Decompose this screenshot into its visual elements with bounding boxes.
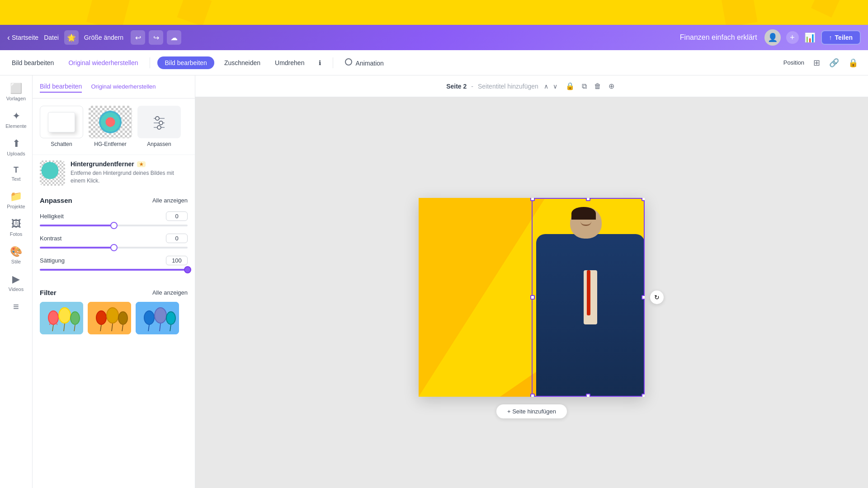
brightness-thumb[interactable]: [110, 222, 118, 229]
side-rotate-handle[interactable]: ↻: [650, 291, 664, 304]
sidebar-item-vorlagen[interactable]: ⬜ Vorlagen: [2, 79, 31, 105]
design-slide[interactable]: ↻ ⧉ 🗑 ···: [419, 198, 645, 397]
brightness-value[interactable]: 0: [166, 211, 188, 221]
sidebar-item-fotos[interactable]: 🖼 Fotos: [2, 215, 31, 240]
svg-rect-2: [721, 0, 757, 25]
animation-button[interactable]: Animation: [340, 56, 388, 70]
cloud-save-button[interactable]: ☁: [167, 30, 181, 45]
user-avatar[interactable]: 👤: [764, 29, 781, 46]
adjust-header: Anpassen Alle anzeigen: [40, 197, 188, 204]
svg-point-7: [159, 121, 163, 125]
toolbar-right-actions: Position ⊞ 🔗 🔒: [781, 55, 861, 70]
handle-top-mid[interactable]: [586, 198, 590, 201]
saturation-slider-group: Sättigung 100: [40, 256, 188, 271]
analytics-button[interactable]: 📊: [804, 32, 816, 43]
project-title: Finanzen einfach erklärt: [680, 33, 757, 42]
page-down-button[interactable]: ∨: [551, 81, 559, 92]
back-home-button[interactable]: ‹ Startseite: [7, 33, 38, 42]
panel-tab-edit[interactable]: Bild bearbeiten: [40, 81, 82, 93]
adjust-show-all[interactable]: Alle anzeigen: [152, 197, 188, 204]
filter-show-all[interactable]: Alle anzeigen: [152, 289, 188, 296]
panel-tab-restore[interactable]: Original wiederherstellen: [91, 81, 156, 93]
contrast-value[interactable]: 0: [166, 234, 188, 243]
add-page-button[interactable]: + Seite hinzufügen: [496, 404, 567, 418]
brightness-label: Helligkeit: [40, 213, 64, 220]
handle-mid-left[interactable]: [530, 295, 535, 300]
brightness-track[interactable]: [40, 225, 188, 226]
restore-original-button[interactable]: Original wiederherstellen: [64, 56, 142, 69]
crop-button[interactable]: Zuschneiden: [220, 56, 265, 69]
info-button[interactable]: ℹ: [314, 56, 326, 69]
image-options-row: Schatten HG-Entferner: [33, 99, 195, 155]
lock-button[interactable]: 🔒: [845, 55, 861, 70]
copy-page-button[interactable]: ⧉: [579, 79, 590, 93]
edit-image-button[interactable]: Bild bearbeiten: [7, 56, 58, 69]
handle-top-left[interactable]: [530, 198, 535, 201]
vorlagen-icon: ⬜: [10, 83, 22, 94]
sidebar-item-projekte[interactable]: 📁 Projekte: [2, 187, 31, 213]
page-up-button[interactable]: ∧: [542, 81, 550, 92]
handle-bot-mid[interactable]: [586, 394, 590, 397]
redo-button[interactable]: ↪: [149, 30, 163, 45]
resize-label[interactable]: Größe ändern: [84, 34, 123, 41]
videos-icon: ▶: [12, 273, 20, 285]
projekte-label: Projekte: [7, 204, 25, 209]
handle-bot-left[interactable]: [530, 394, 535, 397]
saturation-track[interactable]: [40, 269, 188, 271]
canvas-content: ↻ ⧉ 🗑 ··· ↻ + Seite hinzufügen: [195, 97, 868, 488]
contrast-slider-group: Kontrast 0: [40, 234, 188, 249]
saturation-value[interactable]: 100: [166, 256, 188, 265]
header-actions: ↩ ↪ ☁: [131, 30, 181, 45]
sidebar-item-uploads[interactable]: ⬆ Uploads: [2, 134, 31, 160]
handle-top-right[interactable]: [642, 198, 645, 201]
adjust-title: Anpassen: [40, 197, 72, 204]
uploads-icon: ⬆: [12, 138, 20, 150]
undo-button[interactable]: ↩: [131, 30, 145, 45]
adjust-option[interactable]: Anpassen: [137, 106, 181, 147]
fotos-icon: 🖼: [11, 218, 21, 230]
text-icon: T: [14, 165, 19, 175]
stile-label: Stile: [11, 259, 21, 264]
stile-icon: 🎨: [10, 246, 22, 258]
file-nav-label[interactable]: Datei: [44, 34, 59, 41]
shadow-option[interactable]: Schatten: [40, 106, 83, 147]
saturation-fill: [40, 269, 188, 271]
bg-remover-option[interactable]: HG-Entferner: [89, 106, 132, 147]
sidebar-item-stile[interactable]: 🎨 Stile: [2, 242, 31, 268]
resize-button[interactable]: 🌟: [64, 30, 79, 45]
adjust-thumb: [137, 106, 181, 138]
svg-point-40: [167, 312, 175, 324]
page-title-placeholder[interactable]: Seitentitel hinzufügen: [478, 83, 538, 90]
svg-point-27: [107, 308, 118, 323]
share-button[interactable]: ↑ Teilen: [821, 30, 861, 45]
sidebar-item-text[interactable]: T Text: [2, 162, 31, 185]
layout-grid-button[interactable]: ⊞: [811, 55, 823, 70]
filter-thumb-normal[interactable]: [40, 302, 83, 334]
saturation-thumb[interactable]: [184, 266, 191, 273]
contrast-track[interactable]: [40, 247, 188, 249]
sidebar-item-elemente[interactable]: ✦ Elemente: [2, 107, 31, 132]
sidebar-item-more[interactable]: ≡: [2, 297, 31, 316]
svg-rect-1: [177, 0, 212, 25]
handle-mid-right[interactable]: [642, 295, 645, 300]
contrast-thumb[interactable]: [110, 244, 118, 251]
page-chevrons: ∧ ∨: [542, 81, 559, 92]
lock-page-button[interactable]: 🔒: [563, 79, 577, 93]
contrast-fill: [40, 247, 114, 249]
page-number-label: Seite 2: [446, 83, 467, 90]
filter-thumb-cool[interactable]: [136, 302, 179, 334]
delete-page-button[interactable]: 🗑: [591, 79, 604, 93]
link-button[interactable]: 🔗: [826, 55, 842, 70]
add-page-top-button[interactable]: ⊕: [606, 79, 617, 93]
vorlagen-label: Vorlagen: [6, 96, 26, 101]
handle-bot-right[interactable]: [642, 394, 645, 397]
sidebar-item-videos[interactable]: ▶ Videos: [2, 270, 31, 296]
position-button[interactable]: Position: [781, 56, 807, 69]
edit-image-active-button[interactable]: Bild bearbeiten: [157, 56, 214, 69]
add-collaborator-button[interactable]: +: [786, 31, 799, 44]
filter-thumb-warm[interactable]: [88, 302, 131, 334]
flip-button[interactable]: Umdrehen: [270, 56, 309, 69]
header-left: ‹ Startseite Datei 🌟 Größe ändern: [7, 30, 123, 45]
add-page-label: + Seite hinzufügen: [507, 408, 556, 415]
svg-rect-0: [86, 0, 131, 25]
